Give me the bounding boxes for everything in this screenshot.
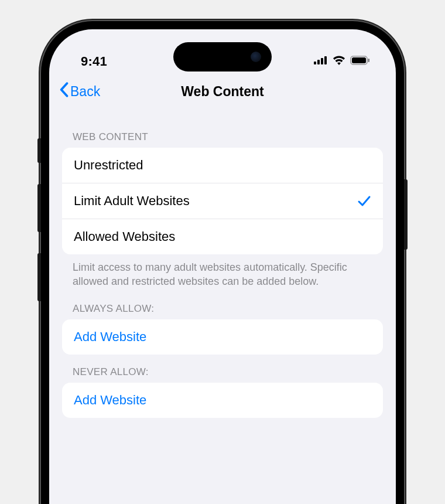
front-camera — [251, 52, 261, 62]
page-title: Web Content — [49, 84, 396, 100]
option-label: Unrestricted — [74, 158, 143, 173]
section-header-always-allow: ALWAYS ALLOW: — [62, 291, 383, 319]
add-website-always-allow[interactable]: Add Website — [62, 319, 383, 355]
back-label: Back — [70, 84, 100, 100]
option-unrestricted[interactable]: Unrestricted — [62, 148, 383, 183]
status-icons — [314, 56, 370, 67]
option-label: Allowed Websites — [74, 229, 175, 244]
battery-icon — [350, 56, 370, 67]
svg-rect-0 — [314, 62, 316, 64]
checkmark-icon — [357, 195, 371, 207]
status-time: 9:41 — [81, 54, 107, 69]
phone-frame: 9:41 Back Web Content — [41, 21, 404, 504]
never-allow-list: Add Website — [62, 383, 383, 418]
dynamic-island — [173, 42, 272, 71]
content-area: WEB CONTENT Unrestricted Limit Adult Web… — [49, 109, 396, 418]
svg-rect-1 — [317, 60, 320, 64]
add-website-never-allow[interactable]: Add Website — [62, 383, 383, 418]
svg-rect-3 — [324, 56, 327, 64]
add-website-label: Add Website — [74, 329, 146, 345]
section-header-never-allow: NEVER ALLOW: — [62, 355, 383, 383]
section-header-web-content: WEB CONTENT — [62, 120, 383, 148]
option-label: Limit Adult Websites — [74, 193, 190, 209]
svg-rect-6 — [368, 59, 370, 62]
navigation-bar: Back Web Content — [49, 76, 396, 109]
svg-rect-2 — [321, 58, 323, 64]
cellular-icon — [314, 56, 328, 67]
option-limit-adult-websites[interactable]: Limit Adult Websites — [62, 183, 383, 219]
phone-side-button-right — [404, 179, 408, 250]
svg-rect-5 — [352, 57, 366, 63]
web-content-options-list: Unrestricted Limit Adult Websites Allowe… — [62, 148, 383, 254]
add-website-label: Add Website — [74, 393, 146, 408]
wifi-icon — [333, 56, 345, 67]
section-footer-web-content: Limit access to many adult websites auto… — [62, 254, 383, 291]
option-allowed-websites[interactable]: Allowed Websites — [62, 219, 383, 254]
back-button[interactable]: Back — [59, 82, 100, 101]
always-allow-list: Add Website — [62, 319, 383, 355]
chevron-left-icon — [59, 82, 69, 101]
phone-screen: 9:41 Back Web Content — [49, 29, 396, 504]
phone-side-buttons-left — [37, 138, 41, 322]
